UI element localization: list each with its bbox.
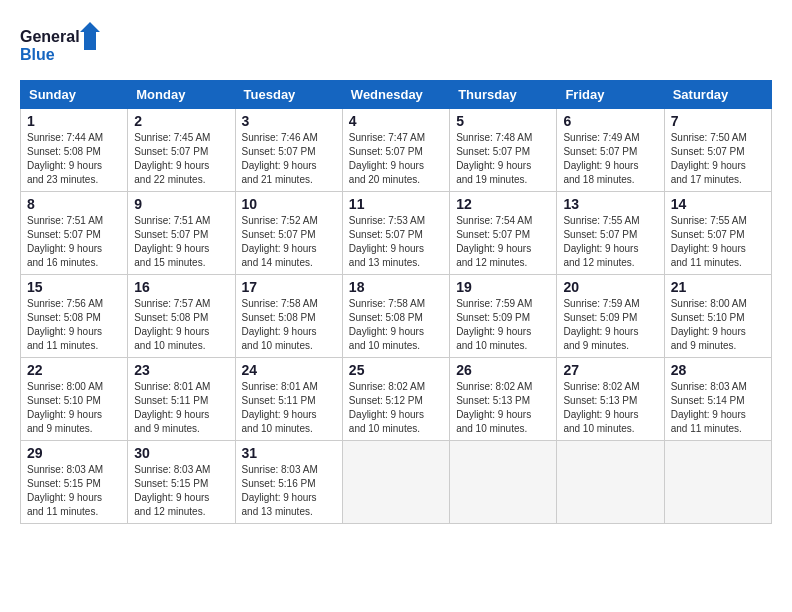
calendar-cell: 11Sunrise: 7:53 AM Sunset: 5:07 PM Dayli… <box>342 192 449 275</box>
day-info: Sunrise: 7:45 AM Sunset: 5:07 PM Dayligh… <box>134 131 228 187</box>
day-info: Sunrise: 8:03 AM Sunset: 5:14 PM Dayligh… <box>671 380 765 436</box>
svg-marker-2 <box>80 22 100 50</box>
calendar-week-row: 29Sunrise: 8:03 AM Sunset: 5:15 PM Dayli… <box>21 441 772 524</box>
day-info: Sunrise: 7:59 AM Sunset: 5:09 PM Dayligh… <box>456 297 550 353</box>
day-info: Sunrise: 7:44 AM Sunset: 5:08 PM Dayligh… <box>27 131 121 187</box>
day-info: Sunrise: 8:00 AM Sunset: 5:10 PM Dayligh… <box>671 297 765 353</box>
day-number: 21 <box>671 279 765 295</box>
calendar-cell: 1Sunrise: 7:44 AM Sunset: 5:08 PM Daylig… <box>21 109 128 192</box>
day-number: 18 <box>349 279 443 295</box>
day-number: 30 <box>134 445 228 461</box>
calendar-header-row: SundayMondayTuesdayWednesdayThursdayFrid… <box>21 81 772 109</box>
calendar-cell: 27Sunrise: 8:02 AM Sunset: 5:13 PM Dayli… <box>557 358 664 441</box>
day-info: Sunrise: 7:51 AM Sunset: 5:07 PM Dayligh… <box>27 214 121 270</box>
calendar-cell: 8Sunrise: 7:51 AM Sunset: 5:07 PM Daylig… <box>21 192 128 275</box>
day-info: Sunrise: 8:03 AM Sunset: 5:15 PM Dayligh… <box>27 463 121 519</box>
day-info: Sunrise: 8:01 AM Sunset: 5:11 PM Dayligh… <box>134 380 228 436</box>
day-number: 8 <box>27 196 121 212</box>
calendar-cell: 22Sunrise: 8:00 AM Sunset: 5:10 PM Dayli… <box>21 358 128 441</box>
day-info: Sunrise: 7:50 AM Sunset: 5:07 PM Dayligh… <box>671 131 765 187</box>
calendar-cell: 26Sunrise: 8:02 AM Sunset: 5:13 PM Dayli… <box>450 358 557 441</box>
day-number: 1 <box>27 113 121 129</box>
calendar-cell: 18Sunrise: 7:58 AM Sunset: 5:08 PM Dayli… <box>342 275 449 358</box>
day-of-week-header: Sunday <box>21 81 128 109</box>
day-number: 7 <box>671 113 765 129</box>
calendar-cell: 29Sunrise: 8:03 AM Sunset: 5:15 PM Dayli… <box>21 441 128 524</box>
calendar-cell: 10Sunrise: 7:52 AM Sunset: 5:07 PM Dayli… <box>235 192 342 275</box>
calendar-week-row: 22Sunrise: 8:00 AM Sunset: 5:10 PM Dayli… <box>21 358 772 441</box>
day-number: 2 <box>134 113 228 129</box>
calendar-cell: 31Sunrise: 8:03 AM Sunset: 5:16 PM Dayli… <box>235 441 342 524</box>
day-of-week-header: Monday <box>128 81 235 109</box>
day-info: Sunrise: 7:58 AM Sunset: 5:08 PM Dayligh… <box>242 297 336 353</box>
day-number: 6 <box>563 113 657 129</box>
day-info: Sunrise: 7:52 AM Sunset: 5:07 PM Dayligh… <box>242 214 336 270</box>
day-of-week-header: Saturday <box>664 81 771 109</box>
calendar-cell: 21Sunrise: 8:00 AM Sunset: 5:10 PM Dayli… <box>664 275 771 358</box>
day-number: 11 <box>349 196 443 212</box>
day-of-week-header: Tuesday <box>235 81 342 109</box>
day-number: 17 <box>242 279 336 295</box>
calendar-cell: 17Sunrise: 7:58 AM Sunset: 5:08 PM Dayli… <box>235 275 342 358</box>
day-info: Sunrise: 7:54 AM Sunset: 5:07 PM Dayligh… <box>456 214 550 270</box>
day-number: 27 <box>563 362 657 378</box>
calendar-cell: 9Sunrise: 7:51 AM Sunset: 5:07 PM Daylig… <box>128 192 235 275</box>
day-info: Sunrise: 7:57 AM Sunset: 5:08 PM Dayligh… <box>134 297 228 353</box>
calendar-cell <box>342 441 449 524</box>
calendar-cell: 13Sunrise: 7:55 AM Sunset: 5:07 PM Dayli… <box>557 192 664 275</box>
calendar-cell <box>664 441 771 524</box>
day-number: 4 <box>349 113 443 129</box>
day-number: 12 <box>456 196 550 212</box>
calendar-cell: 15Sunrise: 7:56 AM Sunset: 5:08 PM Dayli… <box>21 275 128 358</box>
day-number: 13 <box>563 196 657 212</box>
day-info: Sunrise: 7:53 AM Sunset: 5:07 PM Dayligh… <box>349 214 443 270</box>
calendar-cell: 14Sunrise: 7:55 AM Sunset: 5:07 PM Dayli… <box>664 192 771 275</box>
day-number: 9 <box>134 196 228 212</box>
svg-text:Blue: Blue <box>20 46 55 63</box>
calendar-cell: 7Sunrise: 7:50 AM Sunset: 5:07 PM Daylig… <box>664 109 771 192</box>
day-of-week-header: Wednesday <box>342 81 449 109</box>
calendar-cell: 6Sunrise: 7:49 AM Sunset: 5:07 PM Daylig… <box>557 109 664 192</box>
day-info: Sunrise: 7:56 AM Sunset: 5:08 PM Dayligh… <box>27 297 121 353</box>
calendar-cell <box>557 441 664 524</box>
calendar-cell: 2Sunrise: 7:45 AM Sunset: 5:07 PM Daylig… <box>128 109 235 192</box>
day-number: 23 <box>134 362 228 378</box>
calendar-table: SundayMondayTuesdayWednesdayThursdayFrid… <box>20 80 772 524</box>
calendar-cell <box>450 441 557 524</box>
svg-text:General: General <box>20 28 80 45</box>
day-number: 24 <box>242 362 336 378</box>
day-number: 5 <box>456 113 550 129</box>
day-info: Sunrise: 7:46 AM Sunset: 5:07 PM Dayligh… <box>242 131 336 187</box>
day-number: 10 <box>242 196 336 212</box>
day-info: Sunrise: 8:03 AM Sunset: 5:16 PM Dayligh… <box>242 463 336 519</box>
day-number: 29 <box>27 445 121 461</box>
calendar-week-row: 15Sunrise: 7:56 AM Sunset: 5:08 PM Dayli… <box>21 275 772 358</box>
logo-svg: General Blue <box>20 20 100 70</box>
day-info: Sunrise: 8:02 AM Sunset: 5:12 PM Dayligh… <box>349 380 443 436</box>
day-info: Sunrise: 8:02 AM Sunset: 5:13 PM Dayligh… <box>456 380 550 436</box>
day-number: 14 <box>671 196 765 212</box>
day-info: Sunrise: 7:49 AM Sunset: 5:07 PM Dayligh… <box>563 131 657 187</box>
calendar-week-row: 8Sunrise: 7:51 AM Sunset: 5:07 PM Daylig… <box>21 192 772 275</box>
day-number: 31 <box>242 445 336 461</box>
calendar-cell: 24Sunrise: 8:01 AM Sunset: 5:11 PM Dayli… <box>235 358 342 441</box>
day-info: Sunrise: 7:59 AM Sunset: 5:09 PM Dayligh… <box>563 297 657 353</box>
logo: General Blue <box>20 20 100 70</box>
day-number: 28 <box>671 362 765 378</box>
day-info: Sunrise: 7:51 AM Sunset: 5:07 PM Dayligh… <box>134 214 228 270</box>
day-info: Sunrise: 8:03 AM Sunset: 5:15 PM Dayligh… <box>134 463 228 519</box>
day-number: 22 <box>27 362 121 378</box>
day-number: 26 <box>456 362 550 378</box>
day-number: 15 <box>27 279 121 295</box>
day-info: Sunrise: 7:48 AM Sunset: 5:07 PM Dayligh… <box>456 131 550 187</box>
calendar-cell: 28Sunrise: 8:03 AM Sunset: 5:14 PM Dayli… <box>664 358 771 441</box>
calendar-cell: 20Sunrise: 7:59 AM Sunset: 5:09 PM Dayli… <box>557 275 664 358</box>
day-info: Sunrise: 7:47 AM Sunset: 5:07 PM Dayligh… <box>349 131 443 187</box>
day-info: Sunrise: 8:01 AM Sunset: 5:11 PM Dayligh… <box>242 380 336 436</box>
day-of-week-header: Friday <box>557 81 664 109</box>
day-info: Sunrise: 8:00 AM Sunset: 5:10 PM Dayligh… <box>27 380 121 436</box>
calendar-cell: 23Sunrise: 8:01 AM Sunset: 5:11 PM Dayli… <box>128 358 235 441</box>
page-header: General Blue <box>20 20 772 70</box>
calendar-cell: 12Sunrise: 7:54 AM Sunset: 5:07 PM Dayli… <box>450 192 557 275</box>
day-info: Sunrise: 7:58 AM Sunset: 5:08 PM Dayligh… <box>349 297 443 353</box>
